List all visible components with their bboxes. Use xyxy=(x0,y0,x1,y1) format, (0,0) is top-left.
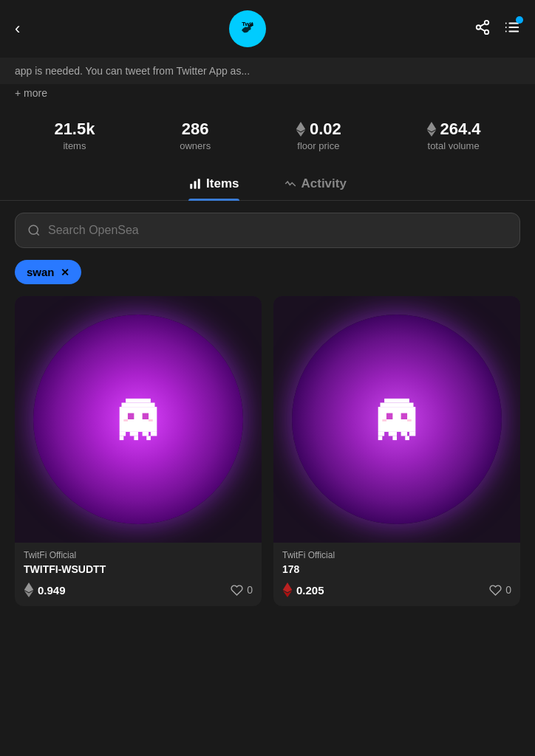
svg-line-6 xyxy=(480,28,485,31)
svg-rect-19 xyxy=(194,181,197,189)
stat-floor-price: 0.02 floor price xyxy=(296,120,341,151)
nft-info-1: TwitFi Official 178 0.205 0 xyxy=(273,543,520,606)
svg-rect-30 xyxy=(120,436,124,441)
svg-rect-50 xyxy=(401,413,407,419)
svg-rect-24 xyxy=(122,403,155,408)
eth-icon-floor xyxy=(296,122,306,137)
app-logo: Twit xyxy=(229,10,266,47)
nft-likes-1: 0 xyxy=(489,584,511,597)
more-link[interactable]: + more xyxy=(0,84,535,106)
nft-price-value-1: 0.205 xyxy=(296,584,324,597)
ghost-sprite-1 xyxy=(364,386,430,453)
nft-price-1: 0.205 xyxy=(282,583,324,597)
app-header: ‹ Twit xyxy=(0,0,535,58)
svg-rect-39 xyxy=(384,399,409,403)
search-box[interactable] xyxy=(15,213,520,248)
svg-rect-51 xyxy=(382,419,386,422)
heart-icon-1[interactable] xyxy=(489,584,502,597)
filter-tag-close-icon[interactable]: ✕ xyxy=(61,267,69,278)
svg-rect-23 xyxy=(126,399,151,403)
eth-price-icon-0 xyxy=(24,583,34,597)
total-volume-value: 264.4 xyxy=(440,120,481,139)
header-actions xyxy=(474,19,520,39)
nft-name-0: TWITFI-WSUDTT xyxy=(24,563,253,575)
filter-tag-label: swan xyxy=(27,266,55,278)
floor-price-value: 0.02 xyxy=(310,120,341,139)
notification-badge xyxy=(516,16,523,24)
nft-price-value-0: 0.949 xyxy=(38,584,66,597)
svg-rect-36 xyxy=(149,419,153,422)
svg-rect-18 xyxy=(190,184,192,189)
stats-row: 21.5k items 286 owners 0.02 floor price … xyxy=(0,106,535,165)
nft-price-0: 0.949 xyxy=(24,583,66,597)
svg-marker-14 xyxy=(296,122,306,131)
banner-text: app is needed. You can tweet from Twitte… xyxy=(0,58,535,84)
svg-point-21 xyxy=(29,225,38,234)
svg-marker-37 xyxy=(24,583,34,592)
items-tab-icon xyxy=(188,177,202,190)
nft-collection-0: TwitFi Official xyxy=(24,550,253,560)
svg-point-2 xyxy=(251,24,253,26)
svg-rect-20 xyxy=(198,179,200,189)
svg-rect-52 xyxy=(407,419,412,422)
owners-value: 286 xyxy=(182,120,209,139)
svg-rect-48 xyxy=(405,436,409,441)
eth-price-icon-1 xyxy=(282,583,293,597)
svg-rect-35 xyxy=(123,419,128,422)
items-label: items xyxy=(63,140,86,151)
tab-items[interactable]: Items xyxy=(188,168,239,200)
filter-tags: swan ✕ xyxy=(0,260,535,296)
nft-name-1: 178 xyxy=(282,563,511,575)
svg-rect-32 xyxy=(146,436,151,441)
nft-collection-1: TwitFi Official xyxy=(282,550,511,560)
svg-line-7 xyxy=(480,23,485,26)
svg-rect-33 xyxy=(128,413,134,419)
heart-icon-0[interactable] xyxy=(231,584,243,597)
svg-marker-16 xyxy=(426,122,436,131)
tab-activity[interactable]: Activity xyxy=(284,168,347,200)
svg-rect-44 xyxy=(401,432,407,436)
stat-items: 21.5k items xyxy=(54,120,95,151)
nft-grid: TwitFi Official TWITFI-WSUDTT 0.949 0 xyxy=(0,296,535,621)
share-button[interactable] xyxy=(474,19,491,39)
nft-footer-1: 0.205 0 xyxy=(282,583,511,597)
total-volume-label: total volume xyxy=(428,140,480,151)
svg-rect-49 xyxy=(386,413,392,419)
back-button[interactable]: ‹ xyxy=(15,19,20,38)
search-container xyxy=(0,201,535,260)
svg-rect-40 xyxy=(381,403,414,408)
svg-rect-45 xyxy=(409,432,415,436)
nft-info-0: TwitFi Official TWITFI-WSUDTT 0.949 0 xyxy=(15,543,262,606)
nft-card-0[interactable]: TwitFi Official TWITFI-WSUDTT 0.949 0 xyxy=(15,296,262,606)
nft-image-0 xyxy=(15,296,262,543)
svg-marker-53 xyxy=(283,583,293,592)
svg-rect-47 xyxy=(392,436,397,441)
svg-rect-27 xyxy=(130,432,138,436)
stat-owners: 286 owners xyxy=(180,120,211,151)
eth-icon-volume xyxy=(426,122,437,137)
svg-rect-28 xyxy=(143,432,149,436)
search-icon xyxy=(27,224,41,237)
svg-rect-34 xyxy=(143,413,149,419)
tab-items-label: Items xyxy=(206,176,239,191)
nft-card-1[interactable]: TwitFi Official 178 0.205 0 xyxy=(273,296,520,606)
svg-line-22 xyxy=(36,233,38,235)
nft-likes-count-1: 0 xyxy=(505,584,511,596)
tab-bar: Items Activity xyxy=(0,168,535,201)
svg-rect-31 xyxy=(134,436,138,441)
owners-label: owners xyxy=(180,140,211,151)
items-value: 21.5k xyxy=(54,120,95,139)
ghost-sprite-0 xyxy=(105,386,171,453)
filter-button[interactable] xyxy=(504,19,520,39)
search-input[interactable] xyxy=(48,224,508,237)
tab-activity-label: Activity xyxy=(301,176,347,191)
nft-footer-0: 0.949 0 xyxy=(24,583,253,597)
nft-likes-count-0: 0 xyxy=(247,584,253,596)
svg-rect-29 xyxy=(151,432,157,436)
svg-rect-46 xyxy=(378,436,383,441)
svg-rect-42 xyxy=(378,432,384,436)
filter-tag-swan[interactable]: swan ✕ xyxy=(15,260,81,284)
nft-likes-0: 0 xyxy=(231,584,253,597)
nft-image-1 xyxy=(273,296,520,543)
svg-rect-26 xyxy=(120,432,126,436)
